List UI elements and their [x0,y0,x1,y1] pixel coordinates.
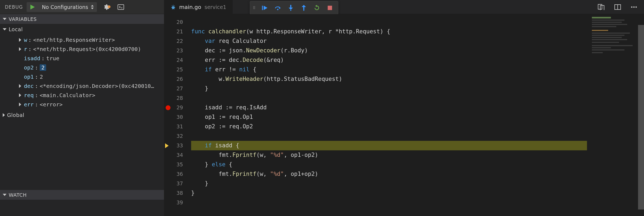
line-number[interactable]: 25 [164,65,191,74]
line-number[interactable]: 23 [164,46,191,55]
watch-panel-header[interactable]: WATCH [0,190,164,200]
variable-row[interactable]: req: <main.Calculator> [0,91,164,100]
editor-gutter[interactable]: 2021222324252627282930313233343536373839 [164,14,191,216]
code-line[interactable]: op1 := req.Op1 [191,112,589,122]
code-line[interactable] [191,17,589,27]
scrollbar[interactable] [638,14,644,216]
variable-row[interactable]: dec: <*encoding/json.Decoder>(0xc420010… [0,81,164,91]
variables-panel-title: VARIABLES [9,16,37,22]
svg-marker-6 [264,6,267,10]
line-number[interactable]: 35 [164,160,191,169]
code-line[interactable] [191,131,589,141]
debug-console-button[interactable] [115,4,126,10]
variable-row[interactable]: op1: 2 [0,72,164,81]
line-number[interactable]: 37 [164,179,191,188]
step-into-button[interactable] [285,3,296,13]
line-number[interactable]: 28 [164,93,191,103]
step-out-icon [301,5,306,11]
variable-name: w [24,37,27,43]
scope-global-label: Global [7,112,24,118]
code-line[interactable]: var req Calculator [191,36,589,46]
variable-row[interactable]: w: <net/http.ResponseWriter> [0,35,164,45]
svg-marker-15 [315,5,317,7]
line-number[interactable]: 31 [164,122,191,131]
svg-point-4 [172,6,175,9]
editor-code-area[interactable]: func calchandler(w http.ResponseWriter, … [191,14,589,216]
svg-rect-5 [262,6,263,10]
step-out-button[interactable] [298,3,309,13]
code-line[interactable]: } else { [191,160,589,169]
start-debug-button[interactable] [27,2,39,12]
variable-row[interactable]: isadd: true [0,54,164,63]
svg-point-22 [633,6,635,8]
chevron-down-icon [3,28,7,30]
variables-panel-header[interactable]: VARIABLES [0,14,164,24]
svg-marker-10 [289,8,293,10]
variable-value: <*net/http.Request>(0xc4200d0700) [33,46,141,52]
svg-marker-0 [30,5,35,9]
code-line[interactable]: } [191,188,589,198]
line-number[interactable]: 38 [164,188,191,198]
variable-name: dec [24,83,34,89]
code-line[interactable] [191,198,589,207]
svg-rect-13 [303,7,304,10]
line-number[interactable]: 21 [164,27,191,36]
code-line[interactable]: if isadd { [191,141,587,150]
line-number[interactable]: 24 [164,55,191,65]
line-number[interactable]: 33 [164,141,191,150]
code-line[interactable]: fmt.Fprintf(w, "%d", op1+op2) [191,169,589,179]
tab-main-go[interactable]: main.go service1 [164,0,233,14]
line-number[interactable]: 30 [164,112,191,122]
stop-button[interactable] [324,3,335,13]
continue-button[interactable] [259,3,270,13]
play-icon [30,5,35,9]
variable-row[interactable]: r: <*net/http.Request>(0xc4200d0700) [0,45,164,54]
variable-row[interactable]: op2: 2 [0,63,164,72]
line-number[interactable]: 32 [164,131,191,141]
scope-global-header[interactable]: Global [0,110,164,120]
line-number[interactable]: 34 [164,150,191,160]
scope-local-header[interactable]: Local [0,24,164,35]
step-over-button[interactable] [272,3,283,13]
open-changes-button[interactable] [596,1,607,13]
code-line[interactable]: isadd := req.IsAdd [191,103,589,112]
more-actions-button[interactable] [628,1,640,13]
code-line[interactable]: w.WriteHeader(http.StatusBadRequest) [191,74,589,84]
line-number[interactable]: 36 [164,169,191,179]
step-into-icon [288,5,293,11]
debug-config-select[interactable]: No Configurations [39,2,97,12]
code-line[interactable]: dec := json.NewDecoder(r.Body) [191,46,589,55]
split-editor-button[interactable] [612,1,623,13]
line-number[interactable]: 29 [164,103,191,112]
variable-value: <*encoding/json.Decoder>(0xc420010… [40,83,154,89]
restart-button[interactable] [311,3,322,13]
console-icon [118,4,124,10]
code-line[interactable] [191,93,589,103]
line-number[interactable]: 26 [164,74,191,84]
chevron-right-icon [19,93,21,97]
ellipsis-icon [631,6,637,8]
split-icon [614,4,621,10]
line-number[interactable]: 27 [164,84,191,93]
code-line[interactable]: if err != nil { [191,65,589,74]
drag-handle-icon[interactable]: ⠿ [253,6,257,10]
code-line[interactable]: fmt.Fprintf(w, "%d", op1-op2) [191,150,589,160]
minimap[interactable] [589,14,638,216]
line-number[interactable]: 20 [164,17,191,27]
chevron-down-icon [3,194,7,196]
line-number[interactable]: 39 [164,198,191,207]
variable-row[interactable]: err: <error> [0,100,164,109]
code-line[interactable]: } [191,179,589,188]
line-number[interactable]: 22 [164,36,191,46]
scrollbar-thumb[interactable] [638,25,644,209]
svg-point-23 [636,6,637,8]
code-line[interactable]: op2 := req.Op2 [191,122,589,131]
variables-list: w: <net/http.ResponseWriter>r: <*net/htt… [0,35,164,110]
code-line[interactable]: } [191,84,589,93]
watch-panel-title: WATCH [9,192,27,198]
debug-settings-button[interactable] [101,4,112,10]
variable-name: r [24,46,27,52]
code-line[interactable]: func calchandler(w http.ResponseWriter, … [191,27,589,36]
stop-icon [328,6,332,10]
code-line[interactable]: err := dec.Decode(&req) [191,55,589,65]
